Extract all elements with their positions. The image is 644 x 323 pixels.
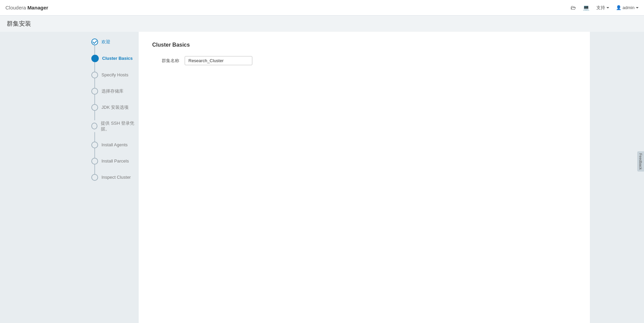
brand-cloudera: Cloudera xyxy=(5,5,26,10)
step-label-select-repo: 选择存储库 xyxy=(101,88,123,94)
briefcase-icon[interactable]: 🗁 xyxy=(571,5,576,11)
step-label-jdk-options: JDK 安装选项 xyxy=(101,104,129,110)
step-circle-cluster-basics xyxy=(91,55,99,62)
step-line-7 xyxy=(94,148,95,158)
brand: Cloudera Manager xyxy=(5,5,48,10)
wizard-step-specify-hosts: Specify Hosts xyxy=(91,72,139,88)
step-circle-welcome xyxy=(91,39,98,45)
step-line-6 xyxy=(94,132,95,142)
step-label-inspect-cluster: Inspect Cluster xyxy=(101,174,131,180)
step-label-specify-hosts: Specify Hosts xyxy=(101,72,128,78)
cluster-name-input[interactable] xyxy=(185,56,252,65)
wizard-step-cluster-basics: Cluster Basics xyxy=(91,55,139,72)
step-line-3 xyxy=(94,78,95,88)
right-gutter: Feedback xyxy=(590,32,644,323)
main-layout: 欢迎 Cluster Basics Specify Hosts xyxy=(0,32,644,323)
wizard-step-select-repo: 选择存储库 xyxy=(91,88,139,104)
step-line-5 xyxy=(94,111,95,120)
support-caret-icon xyxy=(606,7,609,8)
step-label-welcome: 欢迎 xyxy=(101,39,110,45)
wizard-step-inspect-cluster: Inspect Cluster xyxy=(91,174,139,181)
step-circle-jdk-options xyxy=(91,104,98,111)
wizard-step-ssh-creds: 提供 SSH 登录凭据。 xyxy=(91,120,139,142)
wizard-step-welcome: 欢迎 xyxy=(91,39,139,55)
header: Cloudera Manager 🗁 💻 支持 👤 admin xyxy=(0,0,644,16)
cluster-name-row: 群集名称 xyxy=(152,56,576,65)
support-label: 支持 xyxy=(596,5,605,11)
wizard-step-install-parcels: Install Parcels xyxy=(91,158,139,174)
step-line-1 xyxy=(94,45,95,55)
step-line-4 xyxy=(94,95,95,104)
step-circle-specify-hosts xyxy=(91,72,98,78)
page-title-bar: 群集安装 xyxy=(0,16,644,32)
step-label-install-parcels: Install Parcels xyxy=(101,158,129,164)
wizard-panel: 欢迎 Cluster Basics Specify Hosts xyxy=(81,32,139,323)
wizard-steps: 欢迎 Cluster Basics Specify Hosts xyxy=(91,39,139,181)
content-section-title: Cluster Basics xyxy=(152,42,576,48)
cluster-name-label: 群集名称 xyxy=(152,58,179,64)
step-circle-select-repo xyxy=(91,88,98,95)
step-circle-inspect-cluster xyxy=(91,174,98,181)
header-right: 🗁 💻 支持 👤 admin xyxy=(571,4,639,11)
step-label-ssh-creds: 提供 SSH 登录凭据。 xyxy=(101,120,139,132)
feedback-tab[interactable]: Feedback xyxy=(637,151,644,172)
step-circle-install-agents xyxy=(91,142,98,148)
left-sidebar xyxy=(0,32,81,323)
step-label-cluster-basics: Cluster Basics xyxy=(102,55,133,61)
admin-dropdown[interactable]: 👤 admin xyxy=(616,5,639,10)
admin-caret-icon xyxy=(636,7,639,8)
admin-label: admin xyxy=(623,5,635,10)
wizard-step-jdk-options: JDK 安装选项 xyxy=(91,104,139,120)
page-title: 群集安装 xyxy=(7,20,31,27)
step-circle-ssh-creds xyxy=(91,123,97,129)
wizard-step-install-agents: Install Agents xyxy=(91,142,139,158)
monitor-icon[interactable]: 💻 xyxy=(583,4,590,11)
support-dropdown[interactable]: 支持 xyxy=(596,5,609,11)
step-circle-install-parcels xyxy=(91,158,98,165)
admin-user-icon: 👤 xyxy=(616,5,621,10)
step-line-8 xyxy=(94,165,95,174)
step-label-install-agents: Install Agents xyxy=(101,142,128,148)
step-line-2 xyxy=(94,62,95,72)
content-area: Cluster Basics 群集名称 xyxy=(139,32,590,323)
brand-manager: Manager xyxy=(27,5,48,10)
